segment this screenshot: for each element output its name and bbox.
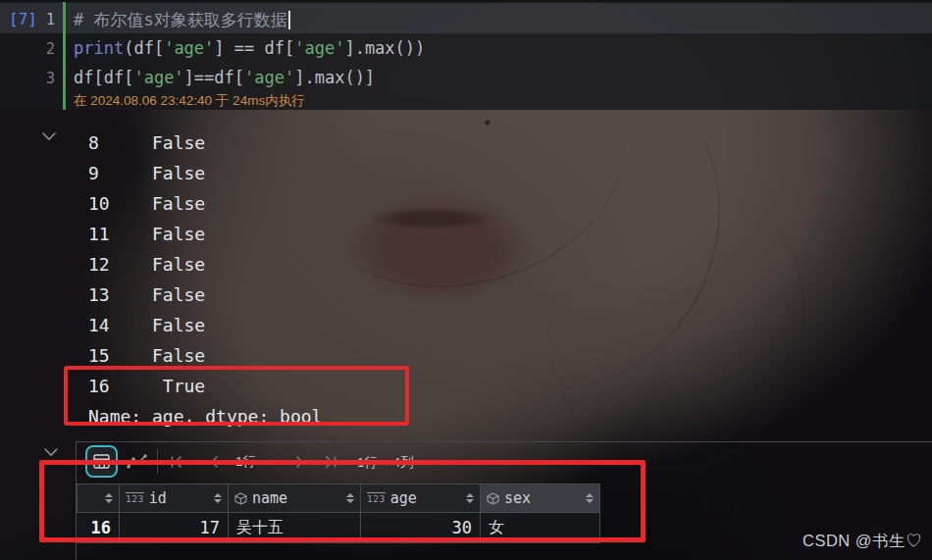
- string-token: 'age': [133, 68, 183, 87]
- text-cursor: [288, 11, 290, 29]
- annotation-red-box-table: [39, 460, 646, 542]
- line-number-2: 2: [35, 40, 55, 58]
- code-line-2[interactable]: print(df['age'] == df['age'].max()): [74, 38, 425, 58]
- code-line-3[interactable]: df[df['age']==df['age'].max()]: [74, 68, 375, 87]
- execution-timestamp: 在 2024.08.06 23:42:40 于 24ms内执行: [74, 92, 305, 110]
- code-token: (df[: [124, 38, 164, 58]
- execution-count[interactable]: [7]: [9, 10, 37, 28]
- code-token: df[df[: [74, 68, 133, 87]
- panel-top-border: [76, 441, 932, 442]
- builtin-token: print: [74, 38, 124, 58]
- code-token: ].max()]: [294, 68, 375, 87]
- code-line-1[interactable]: # 布尔值s对象获取多行数据: [74, 9, 290, 31]
- annotation-red-box-series: [64, 366, 409, 426]
- cell-guide-bar: [63, 2, 66, 110]
- collapse-output-chevron-icon[interactable]: [41, 131, 57, 141]
- string-token: 'age': [294, 38, 344, 58]
- code-token: ].max()): [344, 38, 425, 58]
- line-number-1: 1: [35, 11, 55, 28]
- ide-screen: [7] 1 2 3 # 布尔值s对象获取多行数据 print(df['age']…: [0, 0, 932, 560]
- string-token: 'age': [164, 38, 214, 58]
- code-token: ] == df[: [214, 38, 294, 58]
- code-token: ]==df[: [184, 68, 244, 87]
- comment-token: # 布尔值s对象获取多行数据: [74, 10, 287, 29]
- csdn-watermark: CSDN @书生♡: [803, 531, 922, 552]
- line-number-3: 3: [35, 70, 55, 87]
- string-token: 'age': [244, 68, 294, 87]
